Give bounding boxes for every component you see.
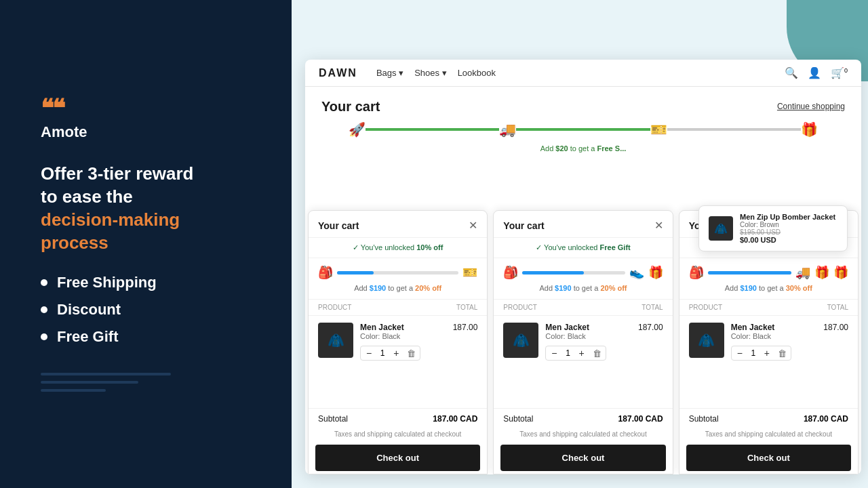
backpack-icon-1: 🎒 [318,265,333,280]
deco-line-1 [41,373,171,375]
bullet-label-2: Discount [57,301,121,319]
bullet-dot-icon [41,306,47,313]
unlock-reward-1: 10% off [416,243,443,251]
col-product-1: PRODUCT [318,304,351,311]
unlock-reward-2: Free Gift [600,243,631,251]
decorative-lines [41,373,258,392]
checkout-button-3[interactable]: Check out [686,445,851,471]
cart-panel-2: Your cart ✕ ✓ You've unlocked Free Gift … [493,210,673,474]
tax-note-2: Taxes and shipping calculated at checkou… [494,429,672,442]
nav-shoes[interactable]: Shoes ▾ [414,68,446,78]
subtotal-section-3: Subtotal 187.00 CAD [679,408,858,429]
tax-note-3: Taxes and shipping calculated at checkou… [679,429,858,442]
checkout-button-2[interactable]: Check out [500,445,665,471]
product-thumb-2: 🧥 [503,323,538,358]
qty-decrease-1[interactable]: − [365,348,373,359]
unlock-banner-2: ✓ You've unlocked Free Gift [494,238,672,258]
logo-name: Amote [41,123,87,141]
product-thumb-1: 🧥 [318,323,353,358]
deco-line-2 [41,381,138,384]
trash-2[interactable]: 🗑 [593,348,601,359]
col-product-2: PRODUCT [503,304,536,311]
cart-panel-2-header: Your cart ✕ [494,211,672,238]
sneaker-icon-2: 👟 [629,265,644,280]
product-variant-3: Color: Black [731,332,817,340]
add-more-text-1: Add $190 to get a 20% off [318,284,477,292]
qty-increase-3[interactable]: + [763,348,771,359]
progress-section-1: 🎒 🎫 Add $190 to get a 20% off [309,258,487,300]
truck-icon: 🚚 [499,121,516,138]
dawn-navbar: DAWN Bags ▾ Shoes ▾ Lookbook 🔍 👤 🛒0 [305,60,861,87]
deco-line-3 [41,389,106,392]
product-price-3: 187.00 [823,323,848,332]
gift-icon-3: 🎁 [814,265,829,280]
left-panel: ❝❝ Amote Offer 3-tier rewardto ease the … [0,0,292,488]
product-name-2: Men Jacket [545,323,631,332]
product-thumb-3: 🧥 [689,323,724,358]
dawn-nav-icons: 🔍 👤 🛒0 [785,66,848,79]
mini-progress-track-3 [708,271,791,274]
qty-value-1: 1 [377,348,388,358]
qty-controls-2: − 1 + 🗑 [545,346,606,361]
mini-progress-1: 🎒 🎫 [318,265,477,280]
tooltip-product-name: Men Zip Up Bomber Jacket [740,213,837,221]
bullet-free-shipping: Free Shipping [41,274,258,291]
product-info-2: Men Jacket Color: Black − 1 + 🗑 [545,323,631,361]
product-info-3: Men Jacket Color: Black − 1 + 🗑 [731,323,817,361]
cart-icon[interactable]: 🛒0 [831,66,848,79]
subtotal-value-2: 187.00 CAD [618,414,663,424]
progress-track-1 [366,128,499,131]
close-panel-2-button[interactable]: ✕ [654,219,663,232]
mini-progress-track-1 [337,271,458,274]
qty-decrease-2[interactable]: − [550,348,558,359]
subtotal-section-1: Subtotal 187.00 CAD [309,408,487,429]
tooltip-product-color: Color: Brown [740,221,837,228]
logo-area: ❝❝ Amote [41,96,258,141]
account-icon[interactable]: 👤 [808,66,821,79]
discount-pct-2: 20% off [600,284,627,292]
mini-progress-fill-2 [522,271,584,274]
qty-increase-1[interactable]: + [392,348,400,359]
qty-increase-2[interactable]: + [578,348,586,359]
trash-1[interactable]: 🗑 [407,348,416,359]
add-more-text-3: Add $190 to get a 30% off [689,284,848,292]
add-more-text-2: Add $190 to get a 20% off [503,284,663,292]
trash-3[interactable]: 🗑 [778,348,787,359]
bullet-free-gift: Free Gift [41,328,258,346]
cart-panel-1-title: Your cart [318,220,359,231]
tooltip-product-image: 🧥 [709,216,733,241]
backpack-icon-2: 🎒 [503,265,518,280]
check-icon-2: ✓ [536,243,544,251]
qty-value-3: 1 [748,348,759,358]
truck-icon-3: 🚚 [795,265,810,280]
close-panel-1-button[interactable]: ✕ [469,219,477,232]
add-amount-3: $190 [740,284,756,292]
nav-lookbook[interactable]: Lookbook [458,68,496,78]
subtotal-section-2: Subtotal 187.00 CAD [494,408,672,429]
product-row-3: 🧥 Men Jacket Color: Black − 1 + 🗑 187.00 [679,316,858,367]
product-variant-2: Color: Black [545,332,631,340]
dawn-nav-links: Bags ▾ Shoes ▾ Lookbook [376,68,496,78]
product-name-1: Men Jacket [360,323,446,332]
bullet-discount: Discount [41,301,258,319]
bullets-list: Free Shipping Discount Free Gift [41,274,258,346]
bullet-label-1: Free Shipping [57,274,157,291]
search-icon[interactable]: 🔍 [785,66,798,79]
cart-title: Your cart [321,99,845,115]
headline-highlight: decision-makingprocess [41,209,180,253]
coupon-icon: 🎫 [650,121,667,138]
continue-shopping-link[interactable]: Continue shopping [777,102,845,111]
check-icon-1: ✓ [353,243,361,251]
qty-controls-3: − 1 + 🗑 [731,346,791,361]
nav-bags[interactable]: Bags ▾ [376,68,403,78]
bullet-label-3: Free Gift [57,328,118,346]
checkout-button-1[interactable]: Check out [315,445,480,471]
product-variant-1: Color: Black [360,332,446,340]
right-panel: DAWN Bags ▾ Shoes ▾ Lookbook 🔍 👤 🛒0 Your… [292,0,868,488]
qty-decrease-3[interactable]: − [736,348,744,359]
cart-panel-1: Your cart ✕ ✓ You've unlocked 10% off 🎒 … [308,210,488,474]
cart-panel-2-title: Your cart [503,220,544,231]
progress-section-2: 🎒 👟 🎁 Add $190 to get a 20% off [494,258,672,300]
tax-note-1: Taxes and shipping calculated at checkou… [309,429,487,442]
browser-window: DAWN Bags ▾ Shoes ▾ Lookbook 🔍 👤 🛒0 Your… [305,60,861,474]
